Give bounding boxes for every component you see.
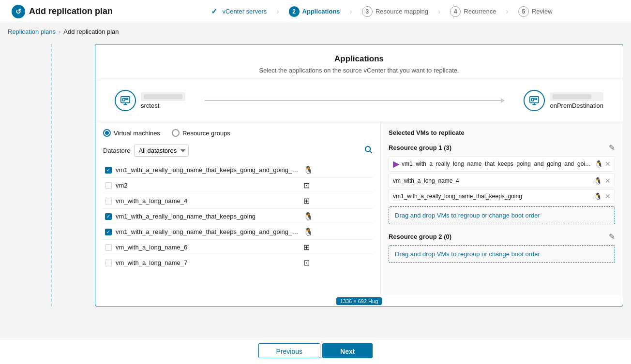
rg1-vm-row-0: ▶ vm1_with_a_really_long_name_that_keeps… — [389, 156, 615, 172]
vm-name-5: vm_with_a_long_name_6 — [116, 244, 300, 251]
vm-row: vm2 ⊡ — [103, 178, 373, 193]
breadcrumb-parent[interactable]: Replication plans — [8, 28, 56, 35]
vm-checkbox-3[interactable] — [105, 213, 112, 220]
vm-os-icon-4: 🐧 — [303, 227, 313, 236]
step-resource-mapping[interactable]: 3 Resource mapping — [352, 6, 438, 17]
breadcrumb-current: Add replication plan — [63, 28, 119, 35]
vm-checkbox-5[interactable] — [105, 244, 112, 251]
rg1-header: Resource group 1 (3) ✎ — [389, 143, 615, 152]
rg1-vm-os-2: 🐧 — [594, 192, 602, 200]
step-recurrence-num: 4 — [450, 6, 461, 17]
vm-row: vm1_with_a_really_long_name_that_keeps_g… — [103, 209, 373, 224]
vm-row: vm_with_a_long_name_4 ⊞ — [103, 193, 373, 209]
vm-checkbox-6[interactable] — [105, 260, 112, 266]
next-button[interactable]: Next — [322, 343, 373, 358]
source-vcenter-ip — [141, 92, 185, 101]
rg1-vm-name-1: vm_with_a_long_name_4 — [393, 177, 591, 184]
rg1-vm-remove-0[interactable]: ✕ — [605, 160, 611, 168]
rg2-edit-button[interactable]: ✎ — [609, 232, 615, 241]
svg-rect-1 — [123, 98, 125, 101]
resource-group-1: Resource group 1 (3) ✎ ▶ vm1_with_a_real… — [389, 143, 615, 224]
vcenter-arrow — [185, 100, 524, 101]
breadcrumb-separator: › — [59, 28, 60, 35]
rg1-vm-list: ▶ vm1_with_a_really_long_name_that_keeps… — [389, 156, 615, 204]
vm-os-icon-3: 🐧 — [303, 212, 313, 221]
rg1-drag-drop-text: Drag and drop VMs to regroup or change b… — [395, 212, 540, 219]
search-button[interactable] — [364, 145, 373, 156]
vm-os-icon-0: 🐧 — [303, 165, 313, 175]
source-vcenter-info: srctest — [141, 92, 185, 109]
app-header: ↺ Add replication plan ✓ vCenter servers… — [0, 0, 631, 23]
rg1-drag-drop[interactable]: Drag and drop VMs to regroup or change b… — [389, 206, 615, 224]
vm-os-icon-1: ⊡ — [303, 181, 310, 190]
dest-vcenter-name: onPremDestination — [550, 102, 603, 109]
filter-row: Datastore All datastores — [103, 145, 373, 157]
applications-header: Applications Select the applications on … — [95, 44, 623, 80]
source-vcenter: srctest — [115, 90, 185, 111]
vm-row: vm1_with_a_really_long_name_that_keeps_g… — [103, 224, 373, 240]
rg1-vm-remove-1[interactable]: ✕ — [605, 177, 611, 185]
rg1-vm-os-1: 🐧 — [594, 177, 602, 185]
vm-name-1: vm2 — [116, 182, 300, 189]
dimension-badge-container: 1336 × 692 Hug — [95, 295, 623, 306]
step-vcenter[interactable]: ✓ vCenter servers — [199, 6, 276, 17]
vm-os-icon-5: ⊞ — [303, 243, 310, 252]
step-review[interactable]: 5 Review — [509, 6, 562, 17]
vm-name-0: vm1_with_a_really_long_name_that_keeps_g… — [116, 166, 300, 174]
vm-checkbox-1[interactable] — [105, 182, 112, 189]
vm-row: vm_with_a_long_name_7 ⊡ — [103, 255, 373, 270]
vcenter-row: srctest — [95, 80, 623, 121]
rg2-header: Resource group 2 (0) ✎ — [389, 232, 615, 241]
svg-rect-4 — [532, 98, 534, 101]
dest-vcenter: onPremDestination — [524, 90, 603, 111]
selected-vms-title: Selected VMs to replicate — [389, 129, 615, 136]
vm-name-3: vm1_with_a_really_long_name_that_keeps_g… — [116, 213, 300, 220]
datastore-label: Datastore — [103, 147, 130, 154]
app-title-text: Add replication plan — [29, 6, 113, 16]
previous-button[interactable]: Previous — [258, 343, 320, 358]
step-applications[interactable]: 2 Applications — [279, 6, 350, 17]
dest-vcenter-info: onPremDestination — [550, 92, 603, 109]
svg-rect-5 — [535, 98, 537, 100]
rg2-title: Resource group 2 (0) — [389, 233, 451, 240]
step-resource-mapping-label: Resource mapping — [376, 8, 428, 15]
vm-name-2: vm_with_a_long_name_4 — [116, 197, 300, 204]
source-vcenter-name: srctest — [141, 102, 185, 109]
step-vcenter-label: vCenter servers — [222, 8, 267, 15]
svg-rect-2 — [126, 98, 128, 100]
vm-row: vm1_with_a_really_long_name_that_keeps_g… — [103, 162, 373, 178]
vm-os-icon-2: ⊞ — [303, 196, 310, 205]
applications-title: Applications — [107, 54, 611, 64]
vm-name-6: vm_with_a_long_name_7 — [116, 259, 300, 266]
datastore-select[interactable]: All datastores — [134, 145, 189, 157]
radio-rg-label: Resource groups — [182, 130, 230, 137]
svg-line-7 — [370, 151, 372, 153]
main-layout: Applications Select the applications on … — [0, 40, 631, 335]
vm-name-4: vm1_with_a_really_long_name_that_keeps_g… — [116, 228, 300, 235]
radio-virtual-machines[interactable]: Virtual machines — [103, 129, 160, 137]
right-panel: Selected VMs to replicate Resource group… — [381, 121, 623, 295]
vm-os-icon-6: ⊡ — [303, 258, 310, 267]
radio-resource-groups[interactable]: Resource groups — [172, 129, 230, 137]
rg2-drag-drop[interactable]: Drag and drop VMs to regroup or change b… — [389, 245, 615, 263]
content-area: Applications Select the applications on … — [95, 44, 623, 306]
dest-vcenter-icon — [524, 90, 545, 111]
vm-checkbox-2[interactable] — [105, 198, 112, 204]
vm-checkbox-0[interactable] — [105, 167, 112, 174]
radio-vm-circle — [103, 129, 111, 137]
rg1-edit-button[interactable]: ✎ — [609, 143, 615, 152]
wizard-steps: ✓ vCenter servers › 2 Applications › 3 R… — [142, 6, 619, 17]
radio-group: Virtual machines Resource groups — [103, 129, 373, 137]
app-title-icon: ↺ — [12, 5, 25, 18]
purple-arrow-icon: ▶ — [393, 159, 400, 169]
sidebar — [8, 44, 95, 306]
step-review-num: 5 — [518, 6, 529, 17]
rg1-vm-row-2: vm1_with_a_really_long_name_that_keeps_g… — [389, 189, 615, 204]
resource-group-2: Resource group 2 (0) ✎ Drag and drop VMs… — [389, 232, 615, 263]
vm-checkbox-4[interactable] — [105, 229, 112, 235]
rg1-vm-remove-2[interactable]: ✕ — [605, 192, 611, 200]
step-recurrence[interactable]: 4 Recurrence — [440, 6, 506, 17]
rg1-vm-row-1: vm_with_a_long_name_4 🐧 ✕ — [389, 174, 615, 188]
svg-point-6 — [365, 146, 371, 152]
rg1-title: Resource group 1 (3) — [389, 144, 451, 151]
